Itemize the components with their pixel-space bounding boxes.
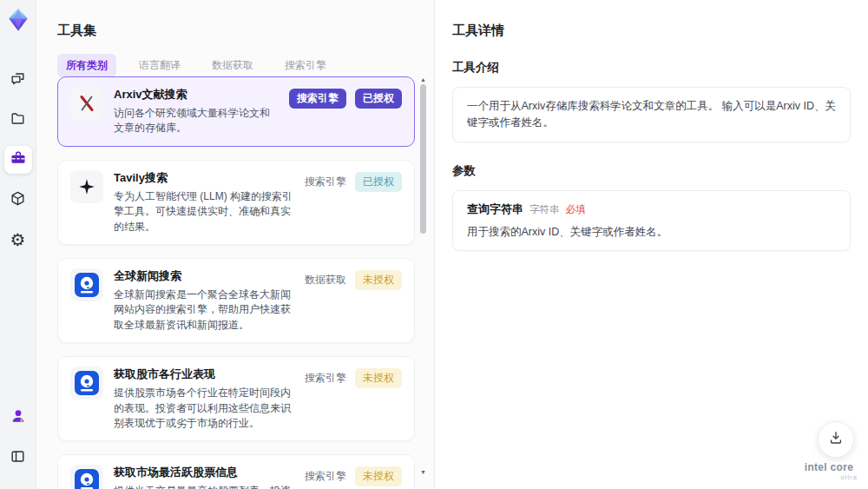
toolbox-icon — [10, 149, 27, 170]
tool-description: 全球新闻搜索是一个聚合全球各大新闻网站内容的搜索引擎，帮助用户快速获取全球最新资… — [114, 287, 294, 333]
tool-name: 获取股市各行业表现 — [114, 367, 294, 382]
app-logo-icon[interactable] — [5, 7, 31, 33]
category-tag: 搜索引擎 — [305, 368, 346, 388]
tavily-icon — [70, 170, 103, 203]
tool-card-global-news-search[interactable]: 全球新闻搜索全球新闻搜索是一个聚合全球各大新闻网站内容的搜索引擎，帮助用户快速获… — [57, 258, 415, 343]
sidebar: ⚙ — [0, 0, 36, 489]
tool-card-arxiv-search[interactable]: Arxiv文献搜索访问各个研究领域大量科学论文和文章的存储库。搜索引擎已授权 — [57, 76, 415, 147]
tool-description: 提供当天交易量最高的股票列表，投资者可以利用这些信息来识别流动性强的股票和潜在的… — [114, 484, 294, 489]
tool-card-most-active-stocks[interactable]: 获取市场最活跃股票信息提供当天交易量最高的股票列表，投资者可以利用这些信息来识别… — [57, 454, 415, 489]
category-tag: 搜索引擎 — [305, 466, 346, 486]
tool-name: 全球新闻搜索 — [114, 268, 294, 284]
sidebar-item-tools[interactable] — [4, 146, 32, 174]
tool-description: 专为人工智能代理 (LLM) 构建的搜索引擎工具。可快速提供实时、准确和真实的结… — [114, 189, 294, 235]
chat-icon — [10, 70, 26, 90]
intro-heading: 工具介绍 — [452, 60, 851, 76]
sidebar-nav: ⚙ — [4, 66, 32, 266]
param-required-label: 必填 — [566, 203, 586, 216]
authorized-badge[interactable]: 已授权 — [355, 89, 402, 109]
tool-list: Arxiv文献搜索访问各个研究领域大量科学论文和文章的存储库。搜索引擎已授权Ta… — [57, 76, 415, 489]
tool-name: Tavily搜索 — [114, 170, 294, 186]
param-name: 查询字符串 — [467, 202, 523, 217]
sidebar-item-chat[interactable] — [4, 66, 32, 94]
download-button[interactable] — [818, 421, 854, 458]
news-blue-icon — [70, 367, 103, 400]
category-tag: 数据获取 — [305, 270, 346, 290]
unauthorized-badge[interactable]: 未授权 — [355, 270, 402, 290]
news-blue-icon — [70, 268, 103, 301]
intro-box: 一个用于从Arxiv存储库搜索科学论文和文章的工具。 输入可以是Arxiv ID… — [452, 87, 851, 142]
panel-toggle-icon[interactable] — [4, 442, 32, 470]
tool-card-stock-sector-performance[interactable]: 获取股市各行业表现提供股票市场各个行业在特定时间段内的表现。投资者可以利用这些信… — [57, 356, 415, 441]
scroll-up-icon[interactable]: ▲ — [419, 76, 427, 83]
params-heading: 参数 — [452, 163, 851, 179]
tool-tags: 搜索引擎已授权 — [305, 170, 402, 235]
param-description: 用于搜索的Arxiv ID、关键字或作者姓名。 — [467, 225, 836, 240]
params-box: 查询字符串字符串必填用于搜索的Arxiv ID、关键字或作者姓名。 — [452, 190, 851, 251]
intel-ultra-text: ultra — [800, 473, 858, 481]
scroll-down-icon[interactable]: ▼ — [419, 469, 427, 475]
tool-list-pane: 工具集 所有类别语言翻译数据获取搜索引擎 Arxiv文献搜索访问各个研究领域大量… — [36, 0, 434, 489]
tool-description: 提供股票市场各个行业在特定时间段内的表现。投资者可以利用这些信息来识别表现优于或… — [114, 386, 294, 431]
folder-icon — [10, 110, 26, 130]
arxiv-icon — [70, 87, 103, 120]
tab-search-engine[interactable]: 搜索引擎 — [276, 54, 335, 77]
tool-tags: 数据获取未授权 — [305, 268, 402, 333]
category-tag[interactable]: 搜索引擎 — [289, 89, 346, 109]
news-blue-icon — [70, 465, 103, 489]
scrollbar-thumb[interactable] — [420, 84, 426, 234]
cube-icon — [10, 190, 26, 210]
intro-text: 一个用于从Arxiv存储库搜索科学论文和文章的工具。 输入可以是Arxiv ID… — [467, 98, 836, 131]
page-title: 工具集 — [57, 23, 434, 39]
unauthorized-badge[interactable]: 未授权 — [355, 466, 402, 486]
tool-tags: 搜索引擎已授权 — [289, 87, 402, 136]
param-type: 字符串 — [529, 203, 560, 216]
tool-name: Arxiv文献搜索 — [114, 87, 279, 102]
intel-core-text: intel core — [800, 461, 858, 473]
scrollbar[interactable]: ▲ ▼ — [419, 76, 427, 486]
tab-all-categories[interactable]: 所有类别 — [57, 54, 116, 77]
tool-tags: 搜索引擎未授权 — [305, 465, 402, 489]
category-tabs: 所有类别语言翻译数据获取搜索引擎 — [57, 54, 434, 77]
unauthorized-badge[interactable]: 未授权 — [355, 368, 402, 388]
authorized-badge[interactable]: 已授权 — [355, 172, 402, 192]
tool-description: 访问各个研究领域大量科学论文和文章的存储库。 — [114, 106, 279, 136]
tab-language-translation[interactable]: 语言翻译 — [130, 54, 189, 77]
tool-tags: 搜索引擎未授权 — [305, 367, 402, 431]
category-tag: 搜索引擎 — [305, 172, 346, 192]
tab-data-fetching[interactable]: 数据获取 — [203, 54, 262, 77]
intel-core-logo: intel core ultra — [800, 461, 858, 481]
sidebar-item-settings[interactable]: ⚙ — [4, 226, 32, 254]
user-avatar-icon[interactable] — [4, 402, 32, 430]
sidebar-item-files[interactable] — [4, 106, 32, 134]
gear-icon: ⚙ — [10, 231, 26, 249]
tool-name: 获取市场最活跃股票信息 — [114, 465, 294, 480]
detail-title: 工具详情 — [452, 23, 851, 39]
sidebar-item-models[interactable] — [4, 186, 32, 214]
tool-card-tavily-search[interactable]: Tavily搜索专为人工智能代理 (LLM) 构建的搜索引擎工具。可快速提供实时… — [57, 160, 415, 245]
tool-detail-pane: 工具详情 工具介绍 一个用于从Arxiv存储库搜索科学论文和文章的工具。 输入可… — [434, 0, 868, 489]
download-icon — [827, 429, 845, 450]
param-row: 查询字符串字符串必填用于搜索的Arxiv ID、关键字或作者姓名。 — [467, 202, 836, 240]
